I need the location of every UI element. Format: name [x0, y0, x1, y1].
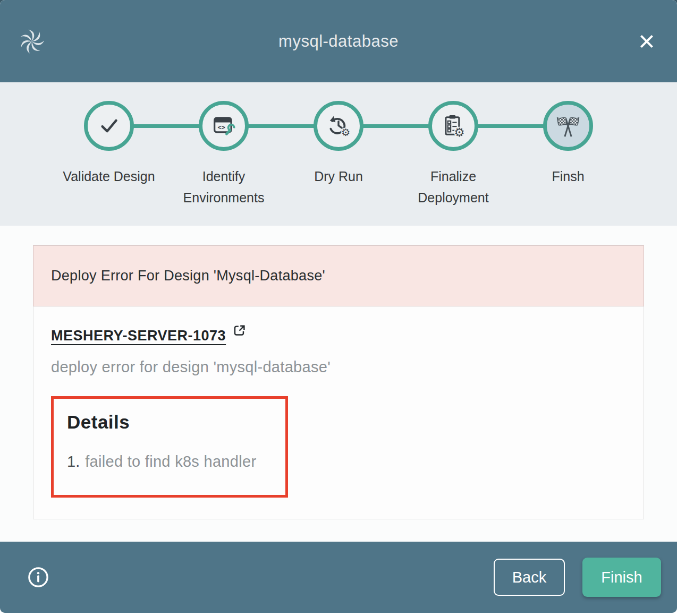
- step-label: Dry Run: [314, 166, 363, 187]
- svg-text:⚙: ⚙: [454, 125, 464, 139]
- close-icon[interactable]: [634, 29, 659, 54]
- error-panel-body: MESHERY-SERVER-1073 deploy error for des…: [33, 306, 644, 519]
- info-icon[interactable]: [27, 566, 50, 589]
- details-heading: Details: [67, 412, 272, 433]
- back-button[interactable]: Back: [494, 559, 565, 596]
- finalize-deployment-icon: ⚙: [428, 101, 478, 151]
- stepper: Validate Design <> Identify Environments: [0, 82, 677, 226]
- step-validate-design: Validate Design: [52, 101, 166, 208]
- dialog-footer: Back Finish: [0, 542, 677, 613]
- step-label: Validate Design: [63, 166, 155, 187]
- step-identify-environments: <> Identify Environments: [166, 101, 281, 208]
- error-details-box: Details 1. failed to find k8s handler: [51, 396, 288, 498]
- step-finalize-deployment: ⚙ Finalize Deployment: [396, 101, 511, 208]
- finish-button[interactable]: Finish: [582, 558, 661, 597]
- step-finish: Finsh: [511, 101, 625, 208]
- error-description: deploy error for design 'mysql-database': [51, 358, 626, 376]
- error-title: Deploy Error For Design 'Mysql-Database': [51, 268, 325, 284]
- deployment-wizard-dialog: mysql-database Validate Design: [0, 0, 677, 613]
- step-label: Identify Environments: [171, 166, 277, 208]
- code-environment-icon: <>: [199, 101, 249, 151]
- finish-flags-icon: [543, 101, 593, 151]
- step-label: Finsh: [552, 166, 584, 187]
- external-link-icon[interactable]: [232, 323, 247, 340]
- detail-list-item: 1. failed to find k8s handler: [67, 453, 272, 470]
- detail-item-text: failed to find k8s handler: [85, 453, 256, 470]
- dialog-title: mysql-database: [0, 32, 677, 51]
- dialog-content: Deploy Error For Design 'Mysql-Database'…: [0, 226, 677, 542]
- dry-run-icon: ⚙: [314, 101, 363, 151]
- error-panel-header: Deploy Error For Design 'Mysql-Database': [33, 245, 644, 306]
- step-label: Finalize Deployment: [400, 166, 506, 208]
- deploy-error-panel: Deploy Error For Design 'Mysql-Database'…: [33, 245, 644, 519]
- dialog-header: mysql-database: [0, 0, 677, 82]
- detail-item-number: 1.: [67, 453, 80, 470]
- error-code-link[interactable]: MESHERY-SERVER-1073: [51, 328, 226, 344]
- step-dry-run: ⚙ Dry Run: [281, 101, 396, 208]
- svg-text:<>: <>: [217, 124, 225, 131]
- svg-text:⚙: ⚙: [341, 126, 350, 139]
- check-icon: [84, 101, 134, 151]
